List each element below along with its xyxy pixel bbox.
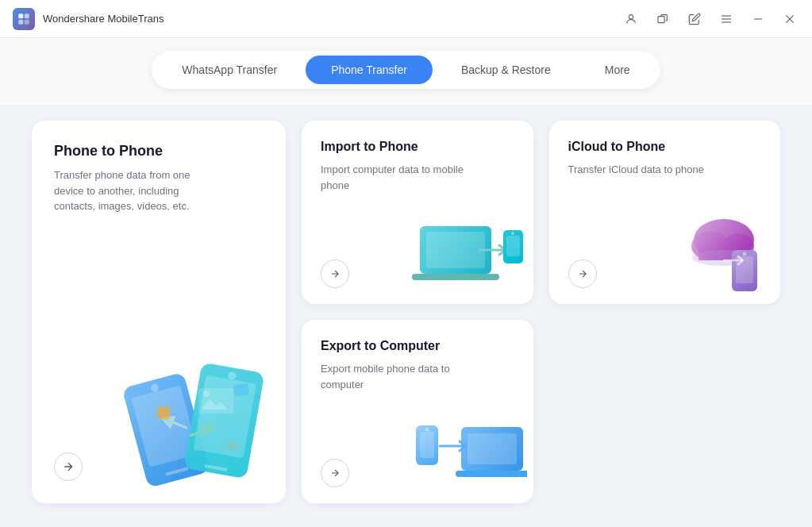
titlebar-left: Wondershare MobileTrans <box>13 8 164 30</box>
svg-rect-21 <box>233 383 249 396</box>
account-button[interactable] <box>622 10 641 29</box>
titlebar: Wondershare MobileTrans <box>0 0 812 38</box>
card-phone-to-phone-title: Phone to Phone <box>54 143 264 160</box>
svg-rect-5 <box>658 16 664 22</box>
svg-rect-43 <box>420 432 434 458</box>
card-phone-to-phone: Phone to Phone Transfer phone data from … <box>32 121 286 503</box>
card-icloud-desc: Transfer iCloud data to phone <box>568 162 727 178</box>
svg-rect-46 <box>468 433 517 464</box>
import-to-phone-illustration <box>412 210 527 298</box>
import-to-phone-arrow[interactable] <box>321 260 349 288</box>
card-grid: Import to Phone Import computer data to … <box>302 121 780 503</box>
card-import-to-phone: Import to Phone Import computer data to … <box>302 121 533 304</box>
card-phone-to-phone-desc: Transfer phone data from one device to a… <box>54 167 213 214</box>
restore-button[interactable] <box>653 10 672 29</box>
svg-rect-47 <box>456 471 527 477</box>
main-content: Phone to Phone Transfer phone data from … <box>0 105 812 527</box>
menu-button[interactable] <box>717 10 736 29</box>
icloud-to-phone-arrow[interactable] <box>568 260 597 288</box>
svg-rect-0 <box>18 13 23 18</box>
export-to-computer-arrow[interactable] <box>321 459 349 487</box>
svg-rect-20 <box>156 406 171 421</box>
svg-rect-23 <box>198 388 233 414</box>
titlebar-controls <box>622 10 799 29</box>
nav-tabs: WhatsApp Transfer Phone Transfer Backup … <box>152 51 660 89</box>
tab-more[interactable]: More <box>579 56 656 84</box>
card-import-desc: Import computer data to mobile phone <box>321 162 479 193</box>
svg-point-44 <box>425 428 429 432</box>
tab-whatsapp[interactable]: WhatsApp Transfer <box>156 56 302 84</box>
edit-button[interactable] <box>685 10 704 29</box>
nav-bar: WhatsApp Transfer Phone Transfer Backup … <box>0 38 812 105</box>
svg-point-31 <box>511 232 514 235</box>
svg-point-4 <box>629 14 633 18</box>
minimize-button[interactable] <box>749 10 768 29</box>
app-title: Wondershare MobileTrans <box>43 13 164 25</box>
svg-rect-30 <box>506 236 520 256</box>
export-to-computer-illustration <box>412 410 527 497</box>
close-button[interactable] <box>780 10 799 29</box>
svg-rect-27 <box>426 232 485 268</box>
tab-backup[interactable]: Backup & Restore <box>436 56 576 84</box>
card-export-title: Export to Computer <box>321 339 514 353</box>
app-icon <box>13 8 35 30</box>
card-export-desc: Export mobile phone data to computer <box>321 361 479 392</box>
phone-to-phone-illustration <box>111 337 286 495</box>
icloud-to-phone-illustration <box>667 206 774 298</box>
card-icloud-title: iCloud to Phone <box>568 140 762 154</box>
svg-rect-28 <box>412 274 499 280</box>
svg-rect-1 <box>25 13 29 18</box>
card-icloud-to-phone: iCloud to Phone Transfer iCloud data to … <box>549 121 781 304</box>
card-export-to-computer: Export to Computer Export mobile phone d… <box>302 320 533 503</box>
card-import-title: Import to Phone <box>321 140 514 154</box>
tab-phone[interactable]: Phone Transfer <box>306 56 433 84</box>
svg-point-24 <box>203 390 210 397</box>
svg-point-40 <box>743 252 747 256</box>
svg-rect-3 <box>25 19 29 24</box>
phone-to-phone-arrow[interactable] <box>54 452 83 481</box>
svg-rect-22 <box>225 439 237 451</box>
svg-rect-2 <box>18 19 23 24</box>
card-empty <box>549 320 781 503</box>
